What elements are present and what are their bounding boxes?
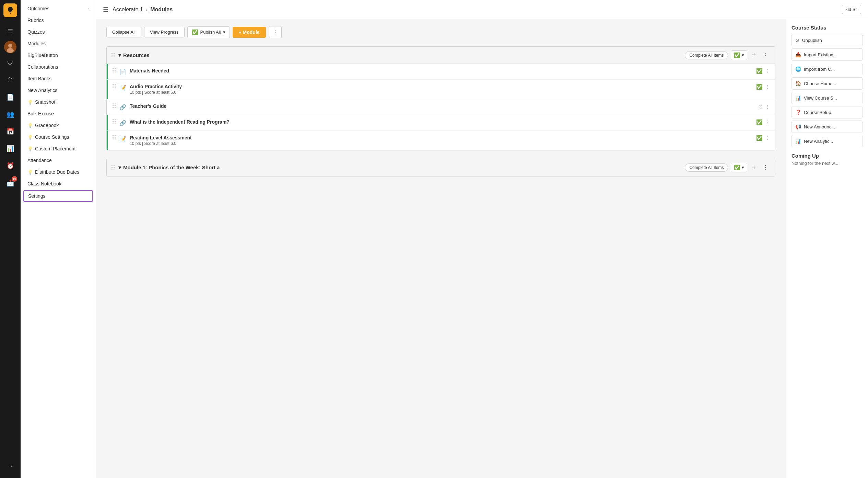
module-phonics-actions: Complete All Items ✅ ▾ + ⋮	[685, 162, 770, 172]
sidebar-item-quizzes[interactable]: Quizzes	[21, 26, 96, 38]
choose-home-button[interactable]: 🏠 Choose Home...	[791, 77, 863, 90]
calendar-nav-icon[interactable]: 📅	[3, 124, 18, 139]
sidebar-item-bigbluebutton[interactable]: BigBlueButton	[21, 49, 96, 61]
module-item: 📝 Reading Level Assessment 10 pts | Scor…	[107, 131, 775, 150]
module-item: 🔗 What is the Independent Reading Progra…	[107, 115, 775, 131]
app-logo[interactable]	[3, 3, 17, 17]
new-announcement-icon: 📢	[795, 124, 801, 129]
module-published-button[interactable]: ✅ ▾	[731, 163, 747, 172]
item-kebab-button[interactable]: ⋮	[765, 68, 770, 74]
module-green-check-icon: ✅	[734, 52, 740, 58]
unpublish-button[interactable]: ⊘ Unpublish	[791, 34, 863, 46]
module-published-button[interactable]: ✅ ▾	[731, 50, 747, 60]
document-nav-icon[interactable]: 📄	[3, 90, 18, 105]
user-avatar[interactable]	[4, 41, 16, 53]
collapse-all-button[interactable]: Collapse All	[106, 27, 141, 37]
item-meta: 10 pts | Score at least 6.0	[130, 90, 753, 95]
module-drag-handle[interactable]	[112, 53, 115, 57]
modules-kebab-button[interactable]: ⋮	[269, 26, 282, 38]
publish-dropdown-arrow[interactable]: ▾	[223, 30, 225, 35]
icon-bar: ☰ 🛡 ⏱ 📄 👥 📅 📊 ⏰ 📩 10 →	[0, 0, 21, 478]
shield-nav-icon[interactable]: 🛡	[3, 55, 18, 70]
item-published-icon: ✅	[756, 68, 763, 74]
sidebar-item-new-analytics[interactable]: New Analytics	[21, 84, 96, 96]
sidebar-item-collaborations[interactable]: Collaborations	[21, 61, 96, 73]
module-dropdown-arrow[interactable]: ▾	[742, 165, 744, 170]
import-existing-icon: 📥	[795, 52, 801, 57]
complete-all-items-button[interactable]: Complete All Items	[685, 51, 728, 59]
add-item-button[interactable]: +	[750, 162, 758, 172]
item-drag-handle[interactable]	[113, 135, 116, 139]
item-drag-handle[interactable]	[113, 119, 116, 124]
sidebar-item-snapshot[interactable]: 💡 Snapshot	[21, 96, 96, 108]
item-drag-handle[interactable]	[113, 84, 116, 88]
breadcrumb: Accelerate 1 › Modules	[113, 7, 173, 13]
sidebar-item-bulk-excuse[interactable]: Bulk Excuse	[21, 108, 96, 120]
import-from-button[interactable]: 🌐 Import from C...	[791, 63, 863, 75]
right-panel: Course Status ⊘ Unpublish 📥 Import Exist…	[786, 19, 868, 478]
module-kebab-button[interactable]: ⋮	[761, 163, 770, 172]
item-doc-edit-icon: 📝	[119, 84, 126, 91]
sidebar-item-outcomes[interactable]: Outcomes ›	[21, 3, 96, 14]
module-toggle-arrow[interactable]: ▾	[118, 164, 121, 171]
clock-nav-icon[interactable]: ⏰	[3, 158, 18, 173]
coming-up-text: Nothing for the next w...	[791, 161, 863, 166]
item-link-icon: 🔗	[119, 104, 126, 111]
sidebar-item-settings[interactable]: Settings	[23, 190, 93, 202]
add-module-button[interactable]: + Module	[233, 27, 266, 38]
item-drag-handle[interactable]	[113, 68, 116, 72]
new-announcement-button[interactable]: 📢 New Announc...	[791, 121, 863, 133]
item-kebab-button[interactable]: ⋮	[765, 84, 770, 90]
view-progress-button[interactable]: View Progress	[144, 27, 185, 37]
item-drag-handle[interactable]	[113, 103, 116, 108]
item-kebab-button[interactable]: ⋮	[765, 104, 770, 110]
breadcrumb-course[interactable]: Accelerate 1	[113, 7, 143, 13]
module-resources: ▾ Resources Complete All Items ✅ ▾ + ⋮	[106, 46, 775, 150]
import-existing-button[interactable]: 📥 Import Existing...	[791, 48, 863, 61]
analytics-nav-icon[interactable]: ⏱	[3, 72, 18, 88]
course-setup-button[interactable]: ❓ Course Setup	[791, 106, 863, 118]
module-item: 📄 Materials Needed ✅ ⋮	[107, 64, 775, 80]
view-course-icon: 📊	[795, 95, 801, 101]
item-published-icon: ✅	[756, 135, 763, 141]
hamburger-icon[interactable]: ☰	[103, 6, 108, 13]
item-kebab-button[interactable]: ⋮	[765, 135, 770, 141]
sidebar-item-course-settings[interactable]: 💡 Course Settings	[21, 131, 96, 143]
module-toggle-arrow[interactable]: ▾	[118, 52, 121, 58]
sidebar-item-custom-placement[interactable]: 💡 Custom Placement	[21, 143, 96, 155]
modules-toolbar: Collapse All View Progress ✅ Publish All…	[106, 26, 775, 38]
sidebar-item-distribute-due-dates[interactable]: 💡 Distribute Due Dates	[21, 166, 96, 178]
unpublish-icon: ⊘	[795, 37, 799, 43]
collapse-sidebar-icon[interactable]: →	[3, 458, 18, 474]
menu-toggle[interactable]: ☰	[3, 24, 18, 39]
sidebar-item-modules[interactable]: Modules	[21, 38, 96, 49]
module-dropdown-arrow[interactable]: ▾	[742, 53, 744, 58]
grades-nav-icon[interactable]: 📊	[3, 141, 18, 156]
complete-all-items-button[interactable]: Complete All Items	[685, 163, 728, 172]
inbox-badge: 10	[12, 176, 17, 182]
item-published-icon: ✅	[756, 119, 763, 125]
breadcrumb-separator: ›	[146, 7, 148, 13]
item-kebab-button[interactable]: ⋮	[765, 120, 770, 125]
breadcrumb-current: Modules	[150, 7, 173, 13]
add-item-button[interactable]: +	[750, 50, 758, 60]
module-kebab-button[interactable]: ⋮	[761, 50, 770, 60]
sidebar-item-gradebook[interactable]: 💡 Gradebook	[21, 120, 96, 131]
inbox-nav-icon[interactable]: 📩 10	[3, 175, 18, 191]
sidebar-item-item-banks[interactable]: Item Banks	[21, 73, 96, 84]
sidebar-item-class-notebook[interactable]: Class Notebook	[21, 178, 96, 190]
view-course-button[interactable]: 📊 View Course S...	[791, 92, 863, 104]
main-content: ☰ Accelerate 1 › Modules 6d St Collapse …	[96, 0, 868, 478]
course-status-title: Course Status	[791, 25, 863, 31]
publish-all-button[interactable]: ✅ Publish All ▾	[187, 26, 230, 38]
topbar: ☰ Accelerate 1 › Modules 6d St	[96, 0, 868, 19]
module-drag-handle[interactable]	[112, 165, 115, 170]
outcomes-arrow: ›	[87, 7, 89, 11]
sidebar-item-attendance[interactable]: Attendance	[21, 155, 96, 166]
people-nav-icon[interactable]: 👥	[3, 107, 18, 122]
new-analytics-button[interactable]: 📊 New Analytic...	[791, 135, 863, 147]
student-view-button[interactable]: 6d St	[842, 5, 861, 14]
sidebar-item-rubrics[interactable]: Rubrics	[21, 14, 96, 26]
item-unpublished-icon: ⊘	[758, 103, 763, 110]
modules-main: Collapse All View Progress ✅ Publish All…	[96, 19, 786, 478]
